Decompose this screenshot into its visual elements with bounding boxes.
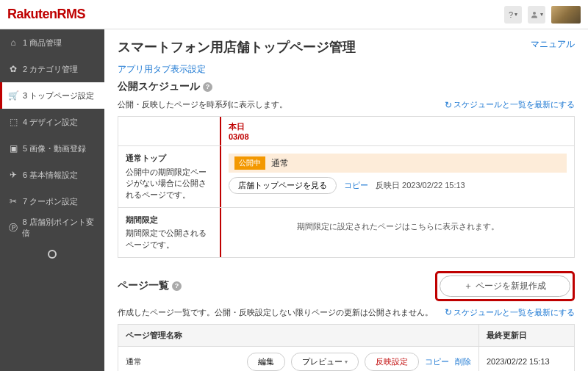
manual-link[interactable]: マニュアル [531,38,575,51]
edit-button[interactable]: 編集 [247,353,285,371]
create-page-button[interactable]: ＋ページを新規作成 [440,275,570,297]
shop-avatar[interactable] [551,6,581,24]
col-page-name: ページ管理名称 [118,324,479,346]
help-icon[interactable]: ? [172,281,182,291]
today-date: 03/08 [229,132,567,141]
home-icon: ⌂ [8,37,18,48]
schedule-heading: 公開スケジュール ? [118,80,575,93]
coupon-icon: ✂ [8,196,18,206]
limited-title: 期間限定 [126,214,212,226]
sidebar-item-category[interactable]: ✿2 カテゴリ管理 [0,56,104,82]
refresh-schedule-link[interactable]: スケジュールと一覧を最新にする [445,99,575,110]
chevron-down-icon: ▾ [345,359,348,365]
sidebar-item-coupon[interactable]: ✂7 クーポン設定 [0,188,104,215]
page-title: スマートフォン用店舗トップページ管理 [118,38,356,56]
plus-icon: ＋ [464,280,473,292]
plane-icon: ✈ [8,170,18,180]
sidebar-item-products[interactable]: ⌂1 商品管理 [0,29,104,56]
help-menu-button[interactable]: ?▾ [504,6,522,24]
cart-icon: 🛒 [8,90,18,101]
sidebar-item-toppage[interactable]: 🛒3 トップページ設定 [0,82,104,109]
row-page-name: 通常 [126,356,142,367]
col-updated: 最終更新日 [479,324,575,346]
page-list-heading: ページ一覧 ? [118,279,182,292]
publish-status-badge: 公開中 [234,156,265,170]
page-name: 通常 [271,157,289,170]
normal-top-desc: 公開中の期間限定ページがない場合に公開されるページです。 [126,167,212,201]
limited-desc: 期間限定で公開されるページです。 [126,228,212,251]
delete-link[interactable]: 削除 [455,356,471,367]
point-icon: Ⓟ [8,222,18,234]
svg-point-0 [533,12,536,15]
row-updated: 2023/02/22 15:13 [479,346,575,371]
sidebar-item-point[interactable]: Ⓟ8 店舗別ポイント変倍 [0,215,104,241]
gear-icon: ✿ [8,64,18,74]
help-icon[interactable]: ? [203,82,212,92]
refresh-list-link[interactable]: スケジュールと一覧を最新にする [445,307,575,318]
preview-button[interactable]: プレビュー▾ [291,353,359,371]
reflected-date: 反映日 2023/02/22 15:13 [376,180,465,191]
sidebar-item-media[interactable]: ▣5 画像・動画登録 [0,135,104,162]
copy-link[interactable]: コピー [425,356,449,367]
sidebar-item-design[interactable]: ⬚4 デザイン設定 [0,109,104,135]
user-menu-button[interactable]: ▾ [528,6,545,24]
today-label: 本日 [229,121,567,132]
limited-empty-msg: 期間限定に設定されたページはこちらに表示されます。 [229,215,567,238]
reflect-button[interactable]: 反映設定 [365,353,419,371]
image-icon: ▣ [8,143,18,154]
page-list-desc: 作成したページ一覧です。公開・反映設定しない限りページの更新は公開されません。 [118,307,433,318]
sidebar-collapse-icon[interactable] [48,250,57,259]
rakuten-rms-logo: RakutenRMS [7,7,85,22]
app-tab-settings-link[interactable]: アプリ用タブ表示設定 [118,63,206,76]
sidebar-item-basic[interactable]: ✈6 基本情報設定 [0,162,104,188]
schedule-desc: 公開・反映したページを時系列に表示します。 [118,99,287,110]
view-storefront-button[interactable]: 店舗トップページを見る [229,177,337,194]
layout-icon: ⬚ [8,117,18,127]
table-row: 通常 編集 プレビュー▾ 反映設定 コピー 削除 2023/02/22 15:1… [118,346,575,371]
normal-top-title: 通常トップ [126,152,212,165]
copy-link[interactable]: コピー [344,180,368,191]
